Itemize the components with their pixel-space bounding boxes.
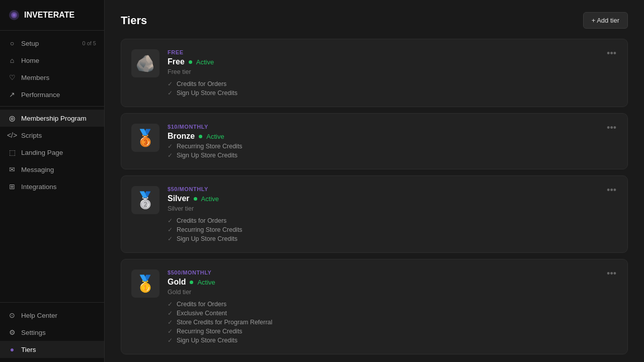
feature-label: Sign Up Store Credits bbox=[177, 152, 237, 159]
check-icon: ✓ bbox=[168, 226, 173, 233]
sidebar-item-label: Home bbox=[21, 57, 39, 64]
tier-card-silver: 🥈 $50/MONTHLY Silver Active Silver tier … bbox=[121, 175, 628, 253]
check-icon: ✓ bbox=[168, 319, 173, 326]
sidebar-item-scripts[interactable]: </> Scripts bbox=[0, 127, 104, 144]
tier-feature: ✓ Credits for Orders bbox=[168, 217, 617, 224]
logo-icon bbox=[8, 9, 20, 21]
tier-feature: ✓ Store Credits for Program Referral bbox=[168, 319, 617, 326]
check-icon: ✓ bbox=[168, 89, 173, 97]
sidebar-item-home[interactable]: ⌂ Home bbox=[0, 52, 104, 69]
feature-label: Credits for Orders bbox=[177, 80, 226, 87]
sidebar-item-membership-program[interactable]: ◎ Membership Program bbox=[0, 110, 104, 127]
members-icon: ♡ bbox=[8, 73, 16, 81]
sidebar-item-label: Messaging bbox=[21, 166, 54, 173]
check-icon: ✓ bbox=[168, 301, 173, 308]
tier-name-row: Silver Active bbox=[168, 194, 617, 203]
check-icon: ✓ bbox=[168, 143, 173, 150]
add-tier-button[interactable]: + Add tier bbox=[583, 12, 628, 29]
status-dot bbox=[199, 135, 202, 138]
home-icon: ⌂ bbox=[8, 56, 16, 64]
sidebar-item-setup[interactable]: ○ Setup 0 of 5 bbox=[0, 35, 104, 52]
tier-features: ✓ Recurring Store Credits ✓ Sign Up Stor… bbox=[168, 143, 617, 159]
check-icon: ✓ bbox=[168, 217, 173, 224]
sidebar-nav: ○ Setup 0 of 5 ⌂ Home ♡ Members ↗ Perfor… bbox=[0, 31, 104, 302]
sidebar-item-label: Integrations bbox=[21, 183, 57, 191]
status-dot bbox=[194, 197, 197, 201]
sidebar-item-settings[interactable]: ⚙ Settings bbox=[0, 324, 104, 341]
tier-card-free: 🪨 FREE Free Active Free tier ✓ Credits f… bbox=[121, 39, 628, 107]
sidebar-item-label: Tiers bbox=[21, 346, 36, 353]
membership-icon: ◎ bbox=[8, 114, 16, 122]
check-icon: ✓ bbox=[168, 152, 173, 159]
tier-body-gold: $500/MONTHLY Gold Active Gold tier ✓ Cre… bbox=[168, 269, 617, 344]
tier-name: Gold bbox=[168, 278, 186, 287]
tier-features: ✓ Credits for Orders ✓ Exclusive Content… bbox=[168, 301, 617, 344]
tier-feature: ✓ Exclusive Content bbox=[168, 310, 617, 317]
tier-menu-button[interactable]: ••• bbox=[604, 184, 619, 197]
sidebar-item-members[interactable]: ♡ Members bbox=[0, 69, 104, 86]
tier-feature: ✓ Sign Up Store Credits bbox=[168, 89, 617, 97]
feature-label: Recurring Store Credits bbox=[177, 143, 243, 150]
tier-description: Silver tier bbox=[168, 205, 617, 212]
tier-feature: ✓ Sign Up Store Credits bbox=[168, 152, 617, 159]
status-label: Active bbox=[206, 133, 224, 140]
tier-name-row: Gold Active bbox=[168, 278, 617, 287]
tier-feature: ✓ Recurring Store Credits bbox=[168, 328, 617, 335]
feature-label: Exclusive Content bbox=[177, 310, 227, 317]
tier-feature: ✓ Sign Up Store Credits bbox=[168, 337, 617, 344]
tier-name: Free bbox=[168, 57, 185, 66]
sidebar-item-label: Members bbox=[21, 74, 49, 81]
help-center-icon: ⊙ bbox=[8, 311, 16, 319]
check-icon: ✓ bbox=[168, 337, 173, 344]
sidebar-item-landing-page[interactable]: ⬚ Landing Page bbox=[0, 144, 104, 161]
feature-label: Sign Up Store Credits bbox=[177, 89, 237, 97]
tier-description: Gold tier bbox=[168, 289, 617, 296]
tier-body-free: FREE Free Active Free tier ✓ Credits for… bbox=[168, 49, 617, 97]
landing-page-icon: ⬚ bbox=[8, 148, 16, 156]
tier-name: Silver bbox=[168, 194, 190, 203]
tier-body-bronze: $10/MONTHLY Bronze Active ✓ Recurring St… bbox=[168, 124, 617, 159]
sidebar-item-messaging[interactable]: ✉ Messaging bbox=[0, 161, 104, 178]
check-icon: ✓ bbox=[168, 80, 173, 87]
settings-icon: ⚙ bbox=[8, 328, 16, 336]
sidebar-item-label: Scripts bbox=[21, 132, 42, 139]
tier-feature: ✓ Recurring Store Credits bbox=[168, 143, 617, 150]
sidebar-item-tiers[interactable]: ● Tiers bbox=[0, 341, 104, 358]
svg-point-2 bbox=[13, 14, 16, 17]
tier-price-label: $50/MONTHLY bbox=[168, 186, 617, 192]
feature-label: Credits for Orders bbox=[177, 217, 226, 224]
sidebar-item-label: Performance bbox=[21, 91, 60, 99]
sidebar-item-integrations[interactable]: ⊞ Integrations bbox=[0, 178, 104, 195]
main-scroll-area: Tiers + Add tier 🪨 FREE Free Active Free… bbox=[105, 0, 644, 362]
feature-label: Recurring Store Credits bbox=[177, 328, 243, 335]
sidebar-item-label: Membership Program bbox=[21, 115, 87, 122]
sidebar: INVETERATE ○ Setup 0 of 5 ⌂ Home ♡ Membe… bbox=[0, 0, 105, 362]
status-label: Active bbox=[197, 279, 215, 286]
main-content-area: Tiers + Add tier 🪨 FREE Free Active Free… bbox=[105, 0, 644, 362]
status-dot bbox=[189, 60, 192, 64]
sidebar-item-help-center[interactable]: ⊙ Help Center bbox=[0, 307, 104, 324]
status-label: Active bbox=[196, 58, 214, 66]
tier-icon-bronze: 🥉 bbox=[131, 124, 159, 152]
tiers-list: 🪨 FREE Free Active Free tier ✓ Credits f… bbox=[121, 39, 628, 354]
sidebar-item-label: Setup bbox=[21, 40, 39, 47]
sidebar-bottom: ⊙ Help Center ⚙ Settings ● Tiers bbox=[0, 302, 104, 362]
tier-menu-button[interactable]: ••• bbox=[604, 47, 619, 60]
check-icon: ✓ bbox=[168, 310, 173, 317]
scripts-icon: </> bbox=[8, 131, 16, 139]
tier-feature: ✓ Recurring Store Credits bbox=[168, 226, 617, 233]
tier-menu-button[interactable]: ••• bbox=[604, 122, 619, 134]
tier-name-row: Free Active bbox=[168, 57, 617, 66]
tiers-icon: ● bbox=[8, 345, 16, 353]
tier-feature: ✓ Credits for Orders bbox=[168, 301, 617, 308]
status-label: Active bbox=[201, 195, 219, 203]
integrations-icon: ⊞ bbox=[8, 183, 16, 191]
sidebar-item-performance[interactable]: ↗ Performance bbox=[0, 86, 104, 103]
tier-feature: ✓ Sign Up Store Credits bbox=[168, 235, 617, 242]
status-dot bbox=[190, 281, 193, 284]
feature-label: Sign Up Store Credits bbox=[177, 235, 237, 242]
sidebar-item-label: Help Center bbox=[21, 312, 57, 319]
tier-menu-button[interactable]: ••• bbox=[604, 267, 619, 280]
tier-body-silver: $50/MONTHLY Silver Active Silver tier ✓ … bbox=[168, 186, 617, 242]
tier-price-label: FREE bbox=[168, 49, 617, 55]
